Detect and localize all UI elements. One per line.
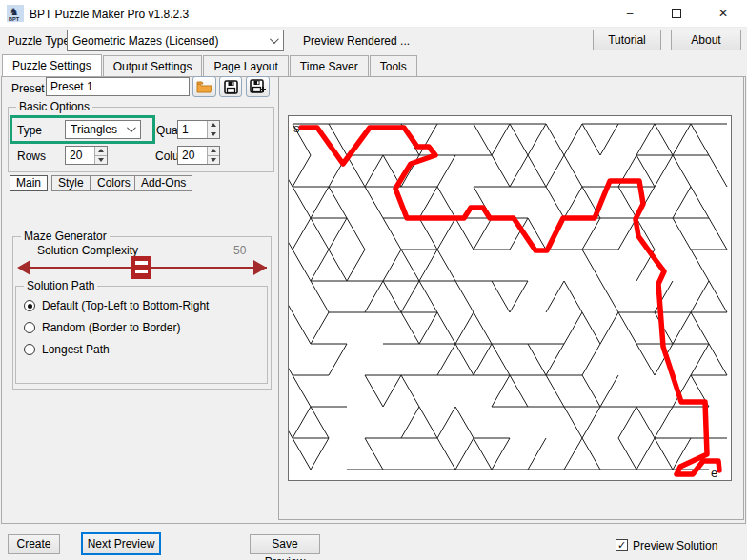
status-text: Preview Rendered ... — [303, 34, 410, 48]
spinner-up-button[interactable] — [208, 147, 219, 155]
preview-solution-label: Preview Solution — [633, 539, 717, 552]
arrow-down-icon — [211, 158, 216, 162]
subtab-colors[interactable]: Colors — [91, 175, 137, 191]
rows-stepper[interactable]: 20 — [65, 146, 108, 165]
preview-solution-checkbox[interactable]: ✓ — [616, 539, 628, 551]
app-window: ♞ BPT BPT Puzzle Maker Pro v1.8.2.3 – ✕ … — [0, 0, 747, 560]
minimize-button[interactable]: – — [608, 0, 652, 27]
tab-strip: Puzzle Settings Output Settings Page Lay… — [2, 55, 418, 77]
tab-page-layout[interactable]: Page Layout — [203, 55, 288, 76]
about-button[interactable]: About — [671, 30, 741, 50]
type-label: Type — [17, 124, 42, 137]
puzzle-type-label: Puzzle Type — [8, 34, 70, 48]
close-button[interactable]: ✕ — [701, 0, 745, 27]
arrow-down-icon — [98, 158, 104, 162]
maximize-button[interactable] — [655, 0, 698, 27]
rows-label: Rows — [17, 150, 46, 163]
radio-icon — [24, 322, 35, 333]
close-icon: ✕ — [718, 7, 728, 20]
app-icon: ♞ BPT — [7, 5, 24, 22]
tab-tools[interactable]: Tools — [370, 55, 417, 76]
quantity-stepper[interactable]: 1 — [177, 120, 220, 139]
save-preset-button[interactable] — [219, 76, 242, 97]
folder-icon — [196, 80, 212, 93]
save-preview-button[interactable]: Save Preview — [250, 534, 320, 554]
tutorial-button[interactable]: Tutorial — [593, 30, 661, 50]
spinner-down-button[interactable] — [208, 130, 219, 139]
tab-output-settings[interactable]: Output Settings — [103, 55, 203, 76]
svg-text:BPT: BPT — [9, 16, 20, 22]
check-icon: ✓ — [617, 539, 626, 550]
next-preview-button[interactable]: Next Preview — [81, 532, 161, 555]
subtab-style[interactable]: Style — [51, 175, 91, 191]
solution-path-title: Solution Path — [24, 279, 97, 292]
solution-complexity-label: Solution Complexity — [37, 244, 138, 257]
chevron-down-icon — [127, 123, 136, 132]
chevron-down-icon — [270, 34, 279, 44]
solution-complexity-value: 50 — [233, 244, 246, 257]
radio-longest-path[interactable]: Longest Path — [24, 343, 110, 356]
minimize-icon: – — [627, 7, 634, 20]
subtab-add-ons[interactable]: Add-Ons — [134, 175, 192, 191]
arrow-up-icon — [211, 123, 216, 127]
arrow-down-icon — [211, 132, 216, 136]
open-preset-button[interactable] — [192, 76, 216, 97]
spinner-down-button[interactable] — [208, 155, 219, 165]
type-value: Triangles — [71, 123, 117, 136]
preset-input[interactable] — [46, 77, 190, 96]
window-title: BPT Puzzle Maker Pro v1.8.2.3 — [30, 8, 189, 21]
maze-generator-title: Maze Generator — [21, 230, 110, 243]
slider-handle[interactable] — [131, 256, 151, 279]
radio-random[interactable]: Random (Border to Border) — [24, 321, 180, 334]
slider-left-arrow[interactable] — [17, 260, 30, 275]
maximize-icon — [672, 9, 681, 18]
slider-right-arrow[interactable] — [253, 260, 267, 275]
save-as-icon — [250, 79, 266, 94]
spinner-down-button[interactable] — [95, 155, 107, 165]
type-select[interactable]: Triangles — [65, 120, 141, 139]
arrow-up-icon — [211, 149, 216, 152]
svg-text:s: s — [293, 121, 300, 135]
puzzle-type-value: Geometric Mazes (Licensed) — [72, 34, 218, 48]
spinner-up-button[interactable] — [208, 121, 219, 130]
maze-preview: se — [288, 115, 732, 481]
title-bar: ♞ BPT BPT Puzzle Maker Pro v1.8.2.3 – ✕ — [0, 0, 747, 28]
subtab-main[interactable]: Main — [10, 175, 48, 191]
preset-label: Preset — [11, 82, 45, 95]
svg-text:e: e — [711, 466, 717, 480]
arrow-up-icon — [98, 149, 104, 152]
maze-canvas: se — [289, 116, 731, 480]
tab-puzzle-settings[interactable]: Puzzle Settings — [2, 54, 102, 76]
basic-options-group: Basic Options — [8, 107, 274, 172]
basic-options-title: Basic Options — [16, 100, 92, 113]
radio-default[interactable]: Default (Top-Left to Bottom-Right — [24, 299, 209, 312]
create-button[interactable]: Create — [8, 534, 60, 554]
save-preset-as-button[interactable] — [246, 76, 270, 97]
tab-time-saver[interactable]: Time Saver — [290, 55, 369, 76]
columns-stepper[interactable]: 20 — [177, 146, 220, 165]
save-icon — [224, 80, 238, 94]
spinner-up-button[interactable] — [95, 147, 107, 155]
radio-icon — [24, 300, 35, 311]
puzzle-type-select[interactable]: Geometric Mazes (Licensed) — [67, 30, 284, 51]
radio-icon — [24, 344, 35, 355]
